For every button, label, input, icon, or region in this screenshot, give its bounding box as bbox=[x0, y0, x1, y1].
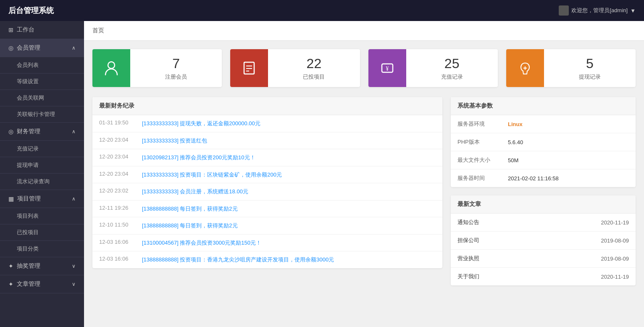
list-item: 12-20 23:04 [13333333333] 投资项目：区块链紫金矿，使用… bbox=[92, 166, 442, 184]
finance-text: [13333333333] 投资项目：区块链紫金矿，使用余额200元 bbox=[142, 171, 436, 179]
finance-time: 12-20 23:04 bbox=[99, 137, 137, 143]
finance-time: 12-11 19:26 bbox=[99, 205, 137, 211]
stat-card-recharge: ¥ 25 充值记录 bbox=[368, 49, 498, 87]
chevron-up-icon2: ∧ bbox=[72, 129, 76, 134]
param-value-filesize: 50M bbox=[508, 157, 518, 164]
article-date-guarantee: 2019-08-09 bbox=[601, 237, 629, 244]
sidebar-item-bank-card[interactable]: 关联银行卡管理 bbox=[0, 106, 84, 123]
finance-text: [13888888888] 每日签到，获得奖励2元 bbox=[142, 205, 436, 213]
stat-number-invested: 22 bbox=[276, 56, 351, 71]
two-col-section: 最新财务纪录 01-31 19:50 [13333333333] 提现失败，返还… bbox=[92, 97, 636, 294]
finance-text: [13333333333] 提现失败，返还金额200000.00元 bbox=[142, 119, 436, 128]
article-row-guarantee: 担保公司 2019-08-09 bbox=[451, 232, 636, 250]
system-params-panel: 系统基本参数 服务器环境 Linux PHP版本 5.6.40 bbox=[451, 97, 636, 187]
stat-info-members: 7 注册会员 bbox=[130, 56, 222, 81]
finance-text: [13888888888] 每日签到，获得奖励2元 bbox=[142, 222, 436, 230]
user-info[interactable]: 欢迎您，管理员[admin] ▼ bbox=[559, 5, 636, 16]
breadcrumb-text: 首页 bbox=[92, 27, 104, 34]
sidebar-item-recharge[interactable]: 充值记录 bbox=[0, 141, 84, 157]
avatar bbox=[559, 5, 569, 16]
sidebar-item-member-mgmt[interactable]: ◎ 会员管理 ∧ bbox=[0, 39, 84, 57]
finance-text: [13333333333] 会员注册，系统赠送18.00元 bbox=[142, 187, 436, 196]
sidebar-item-article-mgmt[interactable]: ✦ 文章管理 ∨ bbox=[0, 275, 84, 293]
svg-text:¥: ¥ bbox=[386, 66, 389, 72]
article-date-license: 2019-08-09 bbox=[601, 256, 629, 262]
layout: ⊞ 工作台 ◎ 会员管理 ∧ 会员列表 等级设置 会员关联网 关联银行卡管理 ◎… bbox=[0, 21, 644, 327]
finance-text: [13020982137] 推荐会员投资200元奖励10元！ bbox=[142, 153, 436, 162]
header: 后台管理系统 欢迎您，管理员[admin] ▼ bbox=[0, 0, 644, 21]
chevron-up-icon: ∧ bbox=[72, 45, 76, 51]
list-item: 12-11 19:26 [13888888888] 每日签到，获得奖励2元 bbox=[92, 200, 442, 218]
svg-point-0 bbox=[108, 62, 115, 69]
stat-label-members: 注册会员 bbox=[139, 73, 213, 81]
user-greeting: 欢迎您，管理员[admin] bbox=[571, 7, 628, 14]
finance-time: 12-03 16:06 bbox=[99, 256, 137, 262]
stat-info-recharge: 25 充值记录 bbox=[406, 56, 498, 81]
lottery-icon: ✦ bbox=[8, 263, 13, 269]
list-item: 12-20 23:04 [13020982137] 推荐会员投资200元奖励10… bbox=[92, 149, 442, 166]
dropdown-icon: ▼ bbox=[630, 8, 636, 14]
sidebar-item-withdraw[interactable]: 提现申请 bbox=[0, 157, 84, 174]
stat-icon-withdraw bbox=[506, 49, 544, 87]
col-right: 系统基本参数 服务器环境 Linux PHP版本 5.6.40 bbox=[451, 97, 636, 294]
finance-time: 12-20 23:02 bbox=[99, 187, 137, 194]
list-item: 12-03 16:06 [13100004567] 推荐会员投资3000元奖励1… bbox=[92, 235, 442, 252]
list-item: 01-31 19:50 [13333333333] 提现失败，返还金额20000… bbox=[92, 115, 442, 132]
article-title-guarantee: 担保公司 bbox=[457, 237, 479, 244]
finance-icon: ◎ bbox=[8, 128, 13, 135]
sidebar-item-member-network[interactable]: 会员关联网 bbox=[0, 90, 84, 106]
param-label-time: 服务器时间 bbox=[457, 174, 508, 182]
system-params-header: 系统基本参数 bbox=[451, 97, 636, 115]
stat-card-withdraw: 5 提现记录 bbox=[506, 49, 636, 87]
sidebar-item-project-list[interactable]: 项目列表 bbox=[0, 208, 84, 224]
stat-number-recharge: 25 bbox=[415, 56, 489, 71]
article-title-license: 营业执照 bbox=[457, 255, 479, 262]
finance-time: 01-31 19:50 bbox=[99, 119, 137, 126]
finance-panel: 最新财务纪录 01-31 19:50 [13333333333] 提现失败，返还… bbox=[92, 97, 442, 268]
sidebar-label-member: 会员管理 bbox=[17, 44, 40, 52]
stat-info-invested: 22 已投项目 bbox=[268, 56, 360, 81]
sidebar-item-workbench[interactable]: ⊞ 工作台 bbox=[0, 21, 84, 39]
list-item: 12-03 16:06 [13888888888] 投资项目：香港九龙尖沙咀房产… bbox=[92, 251, 442, 268]
param-value-env: Linux bbox=[508, 121, 523, 127]
sidebar-item-finance-mgmt[interactable]: ◎ 财务管理 ∧ bbox=[0, 123, 84, 141]
sidebar-item-project-mgmt[interactable]: ▦ 项目管理 ∧ bbox=[0, 190, 84, 208]
param-row-php: PHP版本 5.6.40 bbox=[451, 133, 636, 151]
app-title: 后台管理系统 bbox=[8, 5, 54, 16]
system-params-body: 服务器环境 Linux PHP版本 5.6.40 最大文件大小 50M bbox=[451, 115, 636, 187]
sidebar-item-level-settings[interactable]: 等级设置 bbox=[0, 74, 84, 90]
stat-number-withdraw: 5 bbox=[552, 56, 627, 71]
breadcrumb: 首页 bbox=[84, 21, 644, 41]
stat-label-withdraw: 提现记录 bbox=[552, 73, 627, 81]
finance-time: 12-20 23:04 bbox=[99, 171, 137, 177]
stat-number-members: 7 bbox=[139, 56, 213, 71]
articles-panel: 最新文章 通知公告 2020-11-19 担保公司 2019-08-09 bbox=[451, 195, 636, 285]
param-value-time: 2021-02-02 11:16:58 bbox=[508, 175, 559, 182]
articles-panel-body: 通知公告 2020-11-19 担保公司 2019-08-09 营业执照 201… bbox=[451, 214, 636, 285]
sidebar-item-invested[interactable]: 已投项目 bbox=[0, 224, 84, 241]
article-row-license: 营业执照 2019-08-09 bbox=[451, 250, 636, 268]
article-icon: ✦ bbox=[8, 281, 13, 287]
col-left: 最新财务纪录 01-31 19:50 [13333333333] 提现失败，返还… bbox=[92, 97, 442, 294]
project-icon: ▦ bbox=[8, 195, 14, 202]
sidebar-item-member-list[interactable]: 会员列表 bbox=[0, 57, 84, 74]
sidebar: ⊞ 工作台 ◎ 会员管理 ∧ 会员列表 等级设置 会员关联网 关联银行卡管理 ◎… bbox=[0, 21, 84, 327]
finance-time: 12-03 16:06 bbox=[99, 239, 137, 245]
stat-label-recharge: 充值记录 bbox=[415, 73, 489, 81]
stat-icon-recharge: ¥ bbox=[368, 49, 406, 87]
finance-time: 12-10 11:50 bbox=[99, 222, 137, 228]
sidebar-item-lottery-mgmt[interactable]: ✦ 抽奖管理 ∨ bbox=[0, 257, 84, 275]
sidebar-item-flow-records[interactable]: 流水记录查询 bbox=[0, 174, 84, 190]
sidebar-label-workbench: 工作台 bbox=[17, 26, 34, 34]
chevron-down-icon: ∨ bbox=[72, 263, 76, 269]
param-label-filesize: 最大文件大小 bbox=[457, 156, 508, 164]
sidebar-label-project: 项目管理 bbox=[17, 195, 41, 203]
sidebar-item-project-category[interactable]: 项目分类 bbox=[0, 241, 84, 257]
finance-text: [13100004567] 推荐会员投资3000元奖励150元！ bbox=[142, 239, 436, 247]
finance-text: [13333333333] 投资送红包 bbox=[142, 137, 436, 145]
grid-icon: ⊞ bbox=[8, 26, 13, 33]
chevron-up-icon3: ∧ bbox=[72, 196, 76, 202]
finance-panel-body: 01-31 19:50 [13333333333] 提现失败，返还金额20000… bbox=[92, 115, 442, 268]
article-date-notice: 2020-11-19 bbox=[601, 219, 629, 226]
stat-card-invested: 22 已投项目 bbox=[230, 49, 360, 87]
